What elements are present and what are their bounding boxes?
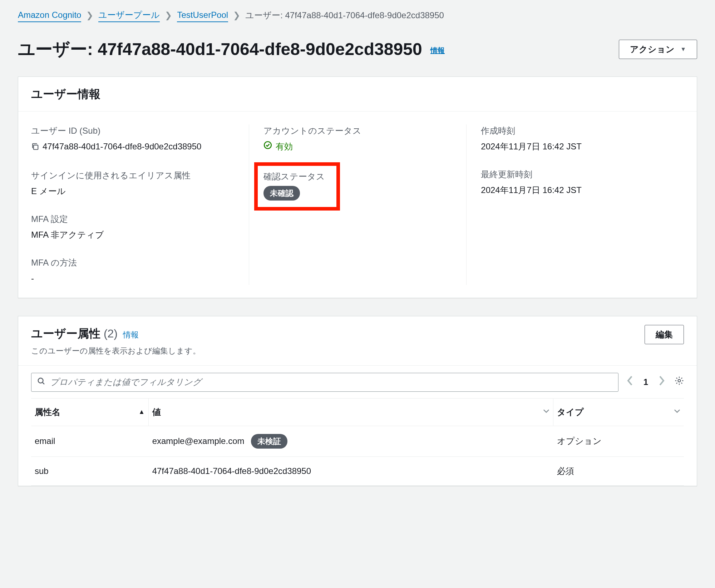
user-info-col-1: ユーザー ID (Sub) 47f47a88-40d1-7064-dfe8-9d…: [31, 124, 249, 285]
status-badge: 未確認: [263, 186, 300, 201]
mfa-setting-value: MFA 非アクティブ: [31, 228, 242, 241]
created-value: 2024年11月7日 16:42 JST: [481, 140, 677, 153]
chevron-right-icon: ❯: [233, 9, 240, 22]
created-label: 作成時刻: [481, 124, 677, 137]
th-value[interactable]: 値: [152, 406, 549, 419]
attributes-subtitle: このユーザーの属性を表示および編集します。: [31, 345, 201, 357]
cell-attr-name: sub: [31, 456, 149, 485]
sort-indicator-icon: [674, 407, 680, 417]
svg-rect-0: [34, 145, 38, 149]
caret-down-icon: ▼: [680, 46, 686, 53]
user-info-col-3: 作成時刻 2024年11月7日 16:42 JST 最終更新時刻 2024年11…: [466, 124, 684, 285]
alias-label: サインインに使用されるエイリアス属性: [31, 169, 242, 182]
updated-label: 最終更新時刻: [481, 168, 677, 181]
cell-attr-value: 47f47a88-40d1-7064-dfe8-9d0e2cd38950: [149, 456, 553, 485]
updated-value: 2024年11月7日 16:42 JST: [481, 184, 677, 197]
breadcrumb-service[interactable]: Amazon Cognito: [18, 9, 81, 22]
svg-point-3: [678, 379, 680, 382]
status-badge: 未検証: [251, 434, 287, 449]
breadcrumb-pool-name[interactable]: TestUserPool: [177, 9, 228, 22]
chevron-right-icon: ❯: [86, 9, 93, 22]
info-link[interactable]: 情報: [430, 46, 445, 54]
confirm-status-value: 未確認: [263, 186, 325, 201]
cell-attr-type: オプション: [553, 426, 684, 456]
cell-attr-type: 必須: [553, 456, 684, 485]
breadcrumb: Amazon Cognito ❯ ユーザープール ❯ TestUserPool …: [0, 0, 715, 22]
cell-attr-value: example@example.com 未検証: [149, 426, 553, 456]
svg-point-2: [38, 378, 43, 383]
alias-value: E メール: [31, 185, 242, 198]
breadcrumb-current: ユーザー: 47f47a88-40d1-7064-dfe8-9d0e2cd389…: [245, 9, 444, 22]
search-icon: [37, 376, 45, 389]
page-number: 1: [644, 376, 648, 389]
chevron-right-icon: ❯: [165, 9, 172, 22]
sort-asc-icon: ▲: [138, 407, 145, 417]
search-input[interactable]: [50, 377, 612, 387]
attributes-panel: ユーザー属性 (2) 情報 このユーザーの属性を表示および編集します。 編集: [18, 316, 697, 486]
edit-button[interactable]: 編集: [645, 325, 684, 344]
attributes-info-link[interactable]: 情報: [123, 330, 139, 339]
account-status-label: アカウントのステータス: [263, 124, 459, 137]
prev-page-icon[interactable]: [627, 376, 633, 389]
gear-icon[interactable]: [675, 376, 684, 389]
mfa-setting-label: MFA 設定: [31, 213, 242, 226]
copy-icon[interactable]: [31, 141, 39, 154]
page-title: ユーザー: 47f47a88-40d1-7064-dfe8-9d0e2cd389…: [18, 36, 445, 62]
th-type[interactable]: タイプ: [557, 406, 680, 419]
actions-button[interactable]: アクション ▼: [619, 40, 697, 59]
pager: 1: [627, 376, 684, 389]
confirm-status-label: 確認ステータス: [263, 170, 325, 183]
attributes-title: ユーザー属性 (2) 情報: [31, 325, 201, 342]
cell-attr-name: email: [31, 426, 149, 456]
user-info-panel: ユーザー情報 ユーザー ID (Sub) 47f47a88-40d1-7064-…: [18, 76, 697, 298]
user-id-label: ユーザー ID (Sub): [31, 124, 242, 137]
sort-indicator-icon: [543, 407, 549, 417]
page-header: ユーザー: 47f47a88-40d1-7064-dfe8-9d0e2cd389…: [0, 22, 715, 76]
table-row: email example@example.com 未検証 オプション: [31, 426, 684, 456]
attributes-table: 属性名 ▲ 値 タイプ: [31, 398, 684, 486]
next-page-icon[interactable]: [658, 376, 665, 389]
table-row: sub 47f47a88-40d1-7064-dfe8-9d0e2cd38950…: [31, 456, 684, 485]
account-status-value: 有効: [263, 140, 459, 153]
mfa-method-value: -: [31, 272, 242, 285]
user-info-title: ユーザー情報: [31, 85, 100, 103]
check-circle-icon: [263, 140, 272, 153]
breadcrumb-user-pools[interactable]: ユーザープール: [98, 9, 160, 22]
user-id-value: 47f47a88-40d1-7064-dfe8-9d0e2cd38950: [31, 140, 242, 154]
th-attribute-name[interactable]: 属性名 ▲: [35, 406, 145, 419]
mfa-method-label: MFA の方法: [31, 256, 242, 269]
search-input-wrap[interactable]: [31, 373, 618, 392]
user-info-col-2: アカウントのステータス 有効 確認ステータス: [249, 124, 467, 285]
confirm-status-highlight: 確認ステータス 未確認: [254, 162, 340, 211]
